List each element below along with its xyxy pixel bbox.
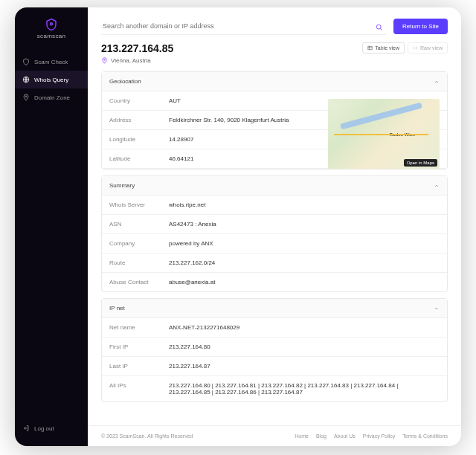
table-row: Companypowered by ANX — [102, 234, 447, 254]
svg-point-3 — [376, 25, 381, 29]
geolocation-card: Geolocation CountryAUT AddressFeldkirchn… — [101, 71, 448, 170]
search-wrap — [101, 18, 386, 35]
summary-card: Summary Whois Serverwhois.ripe.net ASNAS… — [101, 175, 448, 292]
map-image: Rudee Wien — [328, 99, 440, 169]
chevron-up-icon — [434, 79, 440, 85]
sidebar-item-label: Domain Zone — [34, 94, 70, 101]
topbar: Return to Site — [88, 7, 461, 42]
card-header[interactable]: IP net — [102, 299, 447, 318]
view-toggle: Table view Raw view — [362, 42, 448, 54]
svg-rect-5 — [368, 46, 372, 50]
brand-name: scamscan — [37, 33, 65, 39]
sidebar-item-scam-check[interactable]: Scam Check — [15, 53, 88, 71]
table-row: ASNAS42473 : Anexia — [102, 215, 447, 234]
chevron-up-icon — [434, 306, 440, 312]
sidebar: scamscan Scam Check Whois Query Domain Z… — [15, 7, 88, 446]
copyright: © 2023 ScamScan. All Rights Reserved — [101, 433, 193, 439]
svg-point-2 — [25, 96, 27, 97]
map-city-label: Rudee Wien — [390, 132, 415, 137]
page-title: 213.227.164.85 — [101, 42, 173, 54]
logout-label: Log out — [34, 425, 54, 432]
sidebar-item-label: Scam Check — [34, 59, 68, 65]
location-text: Vienna, Austria — [111, 57, 151, 64]
location-icon — [22, 94, 30, 101]
code-icon — [413, 45, 418, 51]
card-header[interactable]: Summary — [102, 176, 447, 196]
globe-icon — [22, 76, 30, 83]
sidebar-item-whois-query[interactable]: Whois Query — [15, 71, 88, 88]
search-input[interactable] — [101, 18, 386, 35]
page-header: 213.227.164.85 Vienna, Austria Table vie… — [101, 42, 448, 64]
logout-icon — [22, 425, 30, 432]
search-icon[interactable] — [376, 21, 383, 34]
table-row: Abuse Contactabuse@anexia.at — [102, 273, 447, 291]
shield-icon — [45, 18, 58, 31]
pin-icon — [101, 57, 108, 64]
footer-link-privacy[interactable]: Privacy Policy — [363, 433, 396, 439]
card-title: Geolocation — [109, 78, 141, 85]
map-preview[interactable]: Rudee Wien Open in Maps — [328, 99, 440, 169]
table-icon — [367, 45, 373, 51]
svg-point-0 — [51, 23, 53, 25]
sidebar-item-label: Whois Query — [34, 77, 68, 83]
content: 213.227.164.85 Vienna, Austria Table vie… — [88, 42, 461, 425]
raw-view-button[interactable]: Raw view — [408, 42, 448, 54]
table-row: Route213.227.162.0/24 — [102, 254, 447, 273]
shield-check-icon — [22, 58, 30, 65]
main: Return to Site 213.227.164.85 Vienna, Au… — [88, 7, 461, 446]
location-row: Vienna, Austria — [101, 57, 173, 64]
ipnet-card: IP net Net nameANX-NET-2132271648029 Fir… — [101, 298, 448, 402]
footer-link-blog[interactable]: Blog — [316, 433, 327, 439]
svg-point-4 — [104, 59, 106, 61]
card-title: Summary — [109, 182, 135, 189]
logout-button[interactable]: Log out — [15, 419, 88, 437]
nav: Scam Check Whois Query Domain Zone — [15, 53, 88, 419]
footer-link-home[interactable]: Home — [295, 433, 309, 439]
table-row: All IPs213.227.164.80 | 213.227.164.81 |… — [102, 376, 447, 401]
table-row: Whois Serverwhois.ripe.net — [102, 196, 447, 215]
table-view-button[interactable]: Table view — [362, 42, 405, 54]
card-title: IP net — [109, 305, 125, 312]
table-row: Last IP213.227.164.87 — [102, 357, 447, 376]
table-row: Net nameANX-NET-2132271648029 — [102, 318, 447, 338]
chevron-up-icon — [434, 183, 440, 189]
brand-logo: scamscan — [15, 18, 88, 39]
footer: © 2023 ScamScan. All Rights Reserved Hom… — [88, 425, 461, 446]
return-to-site-button[interactable]: Return to Site — [393, 19, 448, 34]
footer-link-about[interactable]: About Us — [334, 433, 356, 439]
card-header[interactable]: Geolocation — [102, 72, 447, 91]
table-row: First IP213.227.164.80 — [102, 338, 447, 357]
footer-link-terms[interactable]: Terms & Conditions — [402, 433, 448, 439]
sidebar-item-domain-zone[interactable]: Domain Zone — [15, 88, 88, 106]
footer-links: Home Blog About Us Privacy Policy Terms … — [295, 433, 448, 439]
open-in-maps-button[interactable]: Open in Maps — [404, 159, 437, 167]
